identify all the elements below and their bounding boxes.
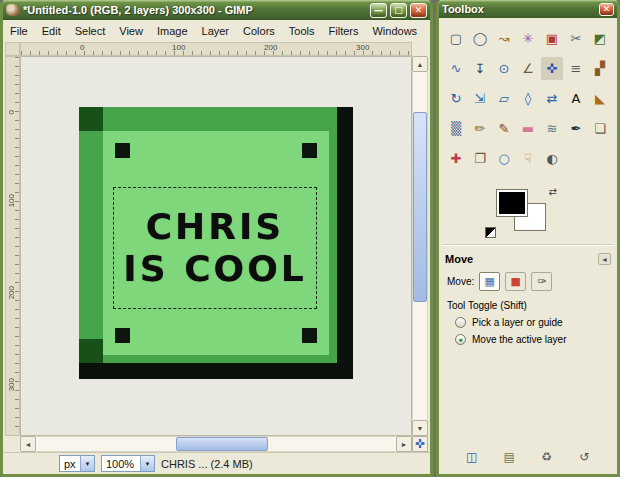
delete-tool-options-button[interactable]: ♻ — [537, 448, 557, 466]
menu-item[interactable]: Tools — [282, 22, 322, 39]
swap-colors-icon[interactable]: ⇄ — [549, 186, 557, 197]
clone-tool[interactable]: ❏ — [589, 117, 611, 140]
unit-combobox[interactable]: px ▼ — [59, 455, 95, 472]
separator — [442, 244, 614, 246]
canvas[interactable]: CHRIS IS COOL — [20, 56, 412, 436]
move-selection-button[interactable]: ■ — [505, 272, 526, 291]
crop-tool[interactable]: ▞ — [589, 57, 611, 80]
collapse-options-icon[interactable]: ◄ — [598, 253, 611, 265]
window-title: *Untitled-1.0 (RGB, 2 layers) 300x300 - … — [23, 4, 367, 16]
heal-tool[interactable]: ✚ — [445, 147, 467, 170]
horizontal-ruler[interactable]: 0 100 200 300 — [20, 42, 412, 56]
fuzzy-select-tool[interactable]: ✳ — [517, 27, 539, 50]
close-button[interactable]: ✕ — [410, 3, 427, 18]
measure-tool[interactable]: ∠ — [517, 57, 539, 80]
move-target-row: Move: ▦ ■ ✑ — [439, 268, 617, 293]
main-titlebar[interactable]: *Untitled-1.0 (RGB, 2 layers) 300x300 - … — [3, 0, 430, 20]
ruler-mark: 300 — [356, 43, 369, 52]
free-select-tool[interactable]: ↝ — [493, 27, 515, 50]
perspective-tool[interactable]: ◊ — [517, 87, 539, 110]
menu-item[interactable]: Colors — [236, 22, 282, 39]
menu-item[interactable]: File — [3, 22, 35, 39]
selection-marquee[interactable]: CHRIS IS COOL — [113, 187, 317, 309]
zoom-tool[interactable]: ⊙ — [493, 57, 515, 80]
smudge-tool[interactable]: ☟ — [517, 147, 539, 170]
default-colors-icon[interactable] — [485, 227, 496, 238]
ink-tool[interactable]: ✒ — [565, 117, 587, 140]
maximize-button[interactable]: □ — [390, 3, 407, 18]
ellipse-select-tool[interactable]: ◯ — [469, 27, 491, 50]
tools-grid: ▢ ◯ ↝ ✳ ▣ — [439, 18, 617, 174]
canvas-text-line2: IS COOL — [123, 250, 306, 288]
vertical-scrollbar[interactable]: ▲ ▼ — [412, 56, 428, 436]
bucket-fill-tool[interactable]: ◣ — [589, 87, 611, 110]
rotate-tool[interactable]: ↻ — [445, 87, 467, 110]
radio-circle-icon[interactable] — [455, 317, 466, 328]
h-scroll-thumb[interactable] — [176, 437, 268, 451]
horizontal-scrollbar[interactable]: ◄ ► — [20, 436, 412, 452]
scroll-left-icon[interactable]: ◄ — [20, 436, 36, 452]
rect-select-tool[interactable]: ▢ — [445, 27, 467, 50]
select-by-color-tool[interactable]: ▣ — [541, 27, 563, 50]
foreground-color-swatch[interactable] — [497, 190, 527, 216]
restore-tool-options-button[interactable]: ▤ — [499, 448, 519, 466]
ruler-mark: 100 — [172, 43, 185, 52]
menu-item[interactable]: Help — [424, 22, 433, 39]
color-area: ⇄ — [491, 188, 557, 236]
navigation-button[interactable]: ✜ — [412, 436, 428, 452]
radio-circle-icon[interactable]: ● — [455, 334, 466, 345]
zoom-combobox[interactable]: 100% ▼ — [101, 455, 155, 472]
chevron-down-icon[interactable]: ▼ — [80, 456, 94, 471]
menu-item[interactable]: Select — [68, 22, 113, 39]
foreground-select-tool[interactable]: ◩ — [589, 27, 611, 50]
unit-value: px — [64, 458, 80, 470]
perspective-clone-tool[interactable]: ❐ — [469, 147, 491, 170]
vertical-ruler[interactable]: 0 100 200 300 — [5, 56, 20, 436]
shear-tool[interactable]: ▱ — [493, 87, 515, 110]
text-tool[interactable]: A — [565, 87, 587, 110]
pencil-tool[interactable]: ✏ — [469, 117, 491, 140]
corner-square — [115, 143, 130, 158]
flip-tool[interactable]: ⇄ — [541, 87, 563, 110]
minimize-button[interactable]: — — [370, 3, 387, 18]
menu-item[interactable]: Layer — [195, 22, 237, 39]
image[interactable]: CHRIS IS COOL — [79, 107, 353, 379]
menu-item[interactable]: View — [112, 22, 150, 39]
move-mode-radios: Pick a layer or guide ● Move the active … — [439, 314, 617, 348]
move-path-button[interactable]: ✑ — [531, 272, 552, 291]
image-corner-dark — [79, 339, 103, 363]
ruler-corner[interactable] — [5, 42, 20, 56]
toolbox-titlebar[interactable]: Toolbox ✕ — [439, 0, 617, 18]
scroll-up-icon[interactable]: ▲ — [412, 56, 428, 72]
scale-tool[interactable]: ⇲ — [469, 87, 491, 110]
airbrush-tool[interactable]: ≋ — [541, 117, 563, 140]
menu-item[interactable]: Filters — [322, 22, 366, 39]
radio-option[interactable]: Pick a layer or guide — [439, 314, 617, 331]
save-tool-options-button[interactable]: ◫ — [462, 448, 482, 466]
v-scroll-track[interactable] — [412, 72, 428, 420]
color-picker-tool[interactable]: ↧ — [469, 57, 491, 80]
menu-item[interactable]: Edit — [35, 22, 68, 39]
reset-tool-options-button[interactable]: ↺ — [574, 448, 594, 466]
menu-item[interactable]: Image — [150, 22, 195, 39]
v-scroll-thumb[interactable] — [413, 112, 427, 302]
blur-sharpen-tool[interactable]: ○ — [493, 147, 515, 170]
dodge-burn-tool[interactable]: ◐ — [541, 147, 563, 170]
h-scroll-track[interactable] — [36, 436, 396, 452]
gimp-main-window: *Untitled-1.0 (RGB, 2 layers) 300x300 - … — [0, 0, 433, 477]
move-layer-button[interactable]: ▦ — [479, 272, 500, 291]
paths-tool[interactable]: ∿ — [445, 57, 467, 80]
toolbox-close-button[interactable]: ✕ — [599, 3, 614, 16]
scroll-right-icon[interactable]: ► — [396, 436, 412, 452]
scissors-select-tool[interactable]: ✂ — [565, 27, 587, 50]
radio-option[interactable]: ● Move the active layer — [439, 331, 617, 348]
scroll-down-icon[interactable]: ▼ — [412, 420, 428, 436]
eraser-tool[interactable]: ▬ — [517, 117, 539, 140]
chevron-down-icon[interactable]: ▼ — [140, 456, 154, 471]
gradient-tool[interactable]: ▒ — [445, 117, 467, 140]
image-inner-panel: CHRIS IS COOL — [103, 131, 329, 355]
menu-item[interactable]: Windows — [365, 22, 424, 39]
move-tool[interactable]: ✜ — [541, 57, 563, 80]
align-tool[interactable]: ≡ — [565, 57, 587, 80]
paintbrush-tool[interactable]: ✎ — [493, 117, 515, 140]
